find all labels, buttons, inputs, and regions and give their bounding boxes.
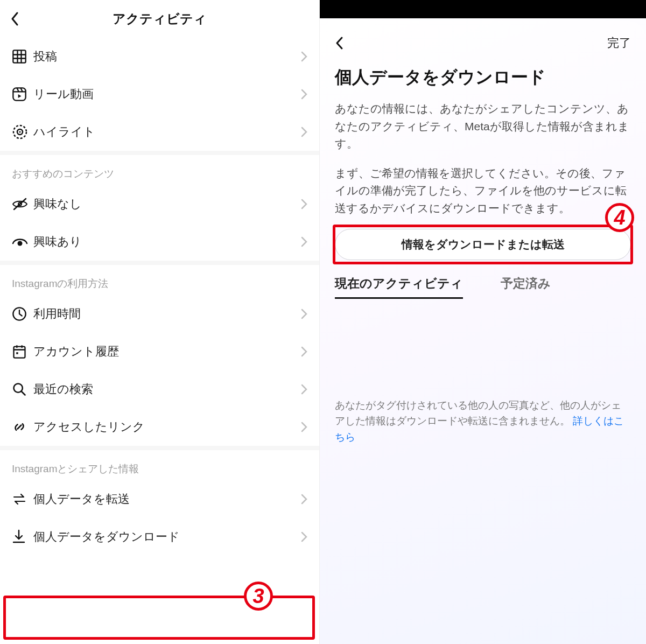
eye-on-icon (12, 236, 33, 248)
annotation-badge-4: 4 (605, 203, 634, 232)
row-label: 最近の検索 (33, 381, 301, 397)
separator (0, 151, 319, 155)
row-label: 個人データをダウンロード (33, 529, 301, 545)
tab-current-activity[interactable]: 現在のアクティビティ (335, 275, 463, 299)
row-label: 興味なし (33, 196, 301, 212)
calendar-icon (12, 344, 33, 359)
row-label: 投稿 (33, 48, 301, 65)
row-highlight[interactable]: ハイライト (0, 113, 319, 151)
left-screen: アクティビティ 投稿 リール動画 ハイライト おすすめのコンテンツ 興味なし (0, 0, 320, 644)
row-label: 興味あり (33, 234, 301, 250)
row-label: アクセスしたリンク (33, 419, 301, 435)
chevron-right-icon (301, 236, 307, 247)
download-icon (12, 529, 33, 544)
description-1: あなたの情報には、あなたがシェアしたコンテンツ、あなたのアクティビティ、Meta… (335, 100, 631, 153)
chevron-right-icon (301, 384, 307, 395)
svg-rect-0 (13, 50, 25, 62)
chevron-right-icon (301, 422, 307, 432)
row-account-history[interactable]: アカウント履歴 (0, 333, 319, 370)
row-accessed-links[interactable]: アクセスしたリンク (0, 408, 319, 446)
back-icon[interactable] (10, 11, 20, 26)
annotation-badge-3: 3 (244, 582, 273, 611)
page-title: アクティビティ (113, 10, 207, 27)
right-screen: 完了 個人データをダウンロード あなたの情報には、あなたがシェアしたコンテンツ、… (320, 0, 646, 644)
chevron-right-icon (301, 89, 307, 100)
chevron-right-icon (301, 127, 307, 137)
transfer-icon (12, 493, 33, 506)
tabs: 現在のアクティビティ 予定済み (335, 275, 631, 299)
svg-point-6 (18, 241, 23, 246)
separator (0, 261, 319, 265)
search-icon (12, 382, 33, 397)
row-label: リール動画 (33, 86, 301, 102)
section-recommend: おすすめのコンテンツ (0, 155, 319, 185)
row-transfer-data[interactable]: 個人データを転送 (0, 480, 319, 518)
row-label: ハイライト (33, 124, 301, 140)
row-label: 利用時間 (33, 306, 301, 322)
svg-point-4 (19, 131, 21, 133)
chevron-right-icon (301, 346, 307, 357)
status-bar-dark (320, 0, 646, 18)
reels-icon (12, 87, 33, 102)
chevron-right-icon (301, 309, 307, 319)
sheet-header: 完了 (335, 20, 631, 66)
grid-icon (12, 49, 33, 64)
download-or-transfer-button[interactable]: 情報をダウンロードまたは転送 (335, 229, 631, 260)
description-2: まず、ご希望の情報を選択してください。その後、ファイルの準備が完了したら、ファイ… (335, 165, 631, 218)
chevron-right-icon (301, 51, 307, 62)
row-reels[interactable]: リール動画 (0, 75, 319, 113)
svg-rect-9 (16, 352, 18, 354)
clock-icon (12, 306, 33, 321)
chevron-right-icon (301, 199, 307, 209)
tab-scheduled[interactable]: 予定済み (501, 275, 551, 299)
footer-note: あなたがタグ付けされている他の人の写真など、他の人がシェアした情報はダウンロード… (335, 397, 631, 445)
row-interested[interactable]: 興味あり (0, 223, 319, 261)
row-label: アカウント履歴 (33, 344, 301, 360)
svg-rect-8 (14, 347, 25, 358)
highlight-icon (12, 124, 33, 140)
chevron-right-icon (301, 494, 307, 505)
row-download-data[interactable]: 個人データをダウンロード (0, 518, 319, 556)
left-header: アクティビティ (0, 0, 319, 38)
eye-off-icon (12, 198, 33, 211)
annotation-wrap-4: 情報をダウンロードまたは転送 4 (335, 229, 631, 260)
row-not-interested[interactable]: 興味なし (0, 185, 319, 223)
row-usage-time[interactable]: 利用時間 (0, 295, 319, 333)
modal-sheet: 完了 個人データをダウンロード あなたの情報には、あなたがシェアしたコンテンツ、… (320, 20, 646, 644)
chevron-right-icon (301, 531, 307, 542)
row-recent-search[interactable]: 最近の検索 (0, 370, 319, 408)
sheet-title: 個人データをダウンロード (335, 66, 631, 89)
row-posts[interactable]: 投稿 (0, 38, 319, 75)
done-button[interactable]: 完了 (607, 35, 631, 51)
back-icon[interactable] (335, 36, 345, 50)
link-icon (12, 419, 33, 435)
separator (0, 446, 319, 450)
svg-rect-1 (13, 88, 25, 100)
section-share: Instagramとシェアした情報 (0, 450, 319, 480)
section-usage: Instagramの利用方法 (0, 265, 319, 295)
row-label: 個人データを転送 (33, 491, 301, 507)
